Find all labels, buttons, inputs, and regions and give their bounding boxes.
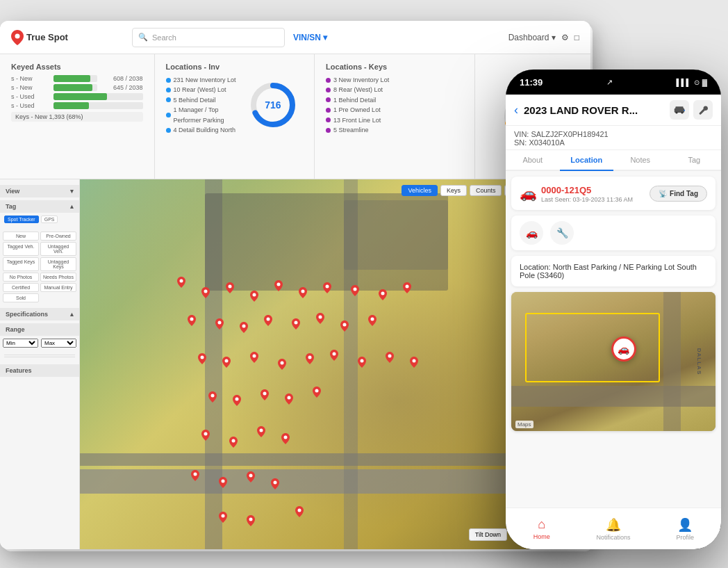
stat-label-4: s - Used	[11, 102, 49, 109]
tab-about[interactable]: About	[506, 150, 560, 171]
loc-key-label-1: 3 New Inventory Lot	[333, 75, 389, 85]
filter-no-photos[interactable]: No Photos	[3, 273, 39, 282]
stat-bar-1	[53, 75, 97, 82]
loc-inv-4: 1 Manager / TopPerformer Parking	[166, 105, 236, 125]
filter-tagged-keys[interactable]: Tagged Keys	[3, 257, 39, 271]
tag-spot-tracker[interactable]: Spot Tracker	[4, 216, 39, 223]
sidebar-tag-section: Tag ▴ Spot Tracker GPS	[0, 200, 79, 226]
filter-preowned[interactable]: Pre-Owned	[40, 232, 76, 241]
mini-car-icon: 🚗	[618, 343, 629, 355]
map-background: Vehicles Keys Counts Pins	[80, 179, 535, 549]
range-max-select[interactable]: Max	[41, 339, 76, 348]
sidebar-features-header[interactable]: Features	[0, 364, 79, 377]
mini-road-h	[511, 386, 715, 407]
loc-key-6: 5 Streamline	[326, 125, 463, 135]
bottom-nav-home[interactable]: ⌂ Home	[506, 508, 577, 549]
dot-5	[166, 128, 171, 133]
locations-inv-list: 231 New Inventory Lot 10 Rear (West) Lot…	[166, 75, 236, 135]
stat-bar-4	[53, 102, 143, 109]
tilt-down-btn[interactable]: Tilt Down	[469, 528, 507, 541]
filter-certified[interactable]: Certified	[3, 283, 39, 292]
app-header: ‹ 2023 LAND ROVER R...	[506, 95, 721, 126]
tab-notes[interactable]: Notes	[613, 150, 668, 171]
road-h-2	[80, 469, 535, 494]
sidebar-tag-header[interactable]: Tag ▴	[0, 200, 79, 213]
car-action-icon[interactable]: 🚗	[520, 221, 543, 245]
loc-inv-label-2: 10 Rear (West) Lot	[174, 85, 226, 95]
mini-map[interactable]: 🚗 DALLAS Maps	[511, 292, 715, 431]
circle-chart-container: 716	[243, 75, 303, 135]
wrench-icon-btn[interactable]	[693, 100, 713, 120]
filter-tagged-veh[interactable]: Tagged Veh.	[3, 242, 39, 256]
loc-key-label-5: 13 Front Line Lot	[333, 115, 381, 125]
filter-untagged-veh[interactable]: Untagged Veh.	[40, 242, 76, 256]
profile-icon: 👤	[677, 517, 693, 533]
tag-id-label: 0000-121Q5	[541, 185, 591, 195]
stat-label-2: s - New	[11, 84, 49, 91]
stat-fill-2	[53, 84, 92, 91]
location-content: 🚗 0000-121Q5 Last Seen: 03-19-2023 11:36…	[506, 171, 721, 508]
loc-key-4: 1 Pre Owned Lot	[326, 105, 463, 115]
vin-row: VIN: SALZJ2FX0PH189421 SN: X034010A	[506, 126, 721, 150]
sidebar-specs-section: Specifications ▴	[0, 308, 79, 320]
road-h-1	[80, 453, 535, 466]
filter-needs-photos[interactable]: Needs Photos	[40, 273, 76, 282]
range-min-select[interactable]: Min	[3, 339, 38, 348]
location-text-card: Location: North East Parking / NE Parkin…	[511, 256, 715, 286]
vin-sn-button[interactable]: VIN/SN ▾	[293, 33, 327, 42]
search-icon: 🔍	[138, 33, 148, 42]
status-time: 11:39	[520, 77, 543, 88]
locations-keys-panel: Locations - Keys 3 New Inventory Lot 8 R…	[315, 54, 475, 179]
sidebar-specs-header[interactable]: Specifications ▴	[0, 308, 79, 320]
map-area[interactable]: Vehicles Keys Counts Pins	[80, 179, 535, 549]
map-btn-keys[interactable]: Keys	[440, 185, 467, 196]
loc-inv-label-3: 5 Behind Detail	[174, 95, 216, 105]
profile-label: Profile	[677, 534, 695, 541]
svg-rect-51	[675, 106, 683, 109]
bottom-nav-notifications[interactable]: 🔔 Notifications	[577, 508, 649, 549]
tag-filters: Spot Tracker GPS	[0, 213, 79, 226]
dot-3	[166, 97, 171, 102]
map-btn-vehicles[interactable]: Vehicles	[402, 185, 438, 196]
map-btn-counts[interactable]: Counts	[470, 185, 502, 196]
locations-inv-panel: Locations - Inv 231 New Inventory Lot 10…	[155, 54, 315, 179]
view-label: View	[6, 188, 19, 195]
find-tag-button[interactable]: 📡 Find Tag	[650, 186, 707, 202]
mini-pin-circle: 🚗	[611, 336, 636, 362]
stat-label-3: s - Used	[11, 93, 49, 100]
tag-gps[interactable]: GPS	[41, 216, 58, 223]
stat-bar-3	[53, 93, 143, 100]
car-action-icon-btn[interactable]	[670, 100, 689, 120]
tab-tag[interactable]: Tag	[668, 150, 722, 171]
phone-screen: 11:39 ↗ ▌▌▌ ⊙ ▓ ‹ 2023 LAND ROVER R...	[506, 70, 721, 549]
wrench-action-icon[interactable]: 🔧	[550, 221, 574, 245]
stat-row-4: s - Used	[11, 102, 143, 109]
mobile-phone: 11:39 ↗ ▌▌▌ ⊙ ▓ ‹ 2023 LAND ROVER R...	[506, 70, 721, 549]
mini-map-pin: 🚗	[611, 336, 636, 362]
window-icon[interactable]: □	[574, 33, 579, 42]
sidebar-range-header: Range	[0, 323, 79, 336]
svg-point-53	[681, 111, 683, 113]
kdot-6	[326, 128, 331, 133]
kdot-2	[326, 88, 331, 92]
filter-untagged-keys[interactable]: Untagged Keys	[40, 257, 76, 271]
settings-icon[interactable]: ⚙	[561, 33, 569, 42]
range-divider-2	[4, 357, 75, 357]
tab-location[interactable]: Location	[560, 150, 614, 171]
tab-bar: About Location Notes Tag	[506, 150, 721, 171]
features-label: Features	[6, 367, 32, 374]
filter-sold[interactable]: Sold	[3, 293, 39, 302]
stat-fill-1	[53, 75, 90, 82]
range-controls: Min Max	[0, 336, 79, 350]
search-bar[interactable]: 🔍 Search	[132, 28, 285, 47]
filter-manual[interactable]: Manual Entry	[40, 283, 76, 292]
filter-new[interactable]: New	[3, 232, 39, 241]
find-tag-label: Find Tag	[670, 190, 698, 197]
svg-point-52	[675, 111, 677, 113]
locations-inv-title: Locations - Inv	[166, 63, 304, 71]
sidebar-view-header[interactable]: View ▾	[0, 185, 79, 197]
bottom-nav-profile[interactable]: 👤 Profile	[650, 508, 721, 549]
desktop-screen: True Spot 🔍 Search VIN/SN ▾ Dashboard ▾ …	[0, 21, 590, 549]
back-arrow-icon[interactable]: ‹	[514, 103, 518, 117]
sn-text: SN: X034010A	[514, 138, 713, 147]
